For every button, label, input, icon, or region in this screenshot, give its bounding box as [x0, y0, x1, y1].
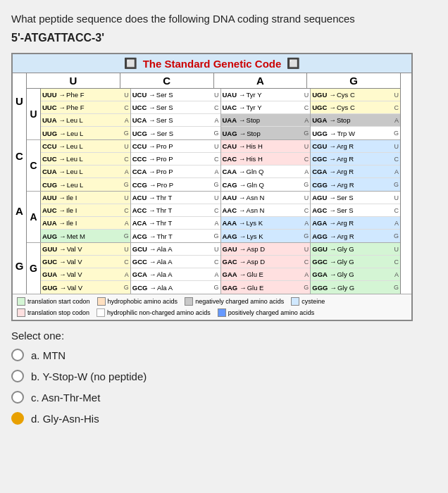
right-nucleotide: U	[304, 143, 309, 150]
amino-acid: Arg R	[337, 168, 393, 175]
option-item-c[interactable]: c. Asn-Thr-Met	[11, 391, 437, 404]
amino-acid: Stop	[337, 116, 393, 124]
codon-cell: GAG→Glu EG	[221, 281, 311, 294]
col-header-c: C	[120, 73, 214, 88]
codon-cell: CGC→Arg RC	[311, 153, 400, 166]
codon: UGA	[312, 116, 327, 124]
cell-group: UAU→Tyr YUUAC→Tyr YCUAA→StopAUAG→StopG	[221, 89, 311, 139]
codon-cell: AAG→Lys KG	[221, 230, 311, 242]
arrow-icon: →	[59, 104, 66, 111]
codon-cell: AGU→Ser SU	[311, 192, 400, 204]
col-header-g: G	[307, 73, 400, 88]
amino-acid: Pro P	[156, 142, 213, 150]
codon-cell: ACG→Thr TG	[131, 230, 220, 242]
amino-acid: Leu L	[66, 155, 123, 163]
radio-button-c[interactable]	[11, 391, 24, 404]
arrow-icon: →	[239, 232, 247, 240]
amino-acid: Pro P	[156, 181, 212, 189]
codon: CUC	[42, 155, 57, 163]
codon-cell: UGA→StopA	[311, 114, 400, 127]
codon: AUG	[42, 232, 57, 240]
radio-button-b[interactable]	[11, 370, 24, 382]
cell-group: AAU→Asn NUAAC→Asn NCAAA→Lys KAAAG→Lys KG	[221, 192, 311, 242]
cell-group: AUU→Ile IUAUC→Ile ICAUA→Ile IAAUG→Met MG	[41, 192, 131, 242]
amino-acid: Ile I	[66, 194, 123, 201]
radio-button-a[interactable]	[11, 349, 24, 361]
codon: GGA	[312, 270, 328, 278]
codon-cell: UUA→Leu LA	[41, 114, 130, 127]
right-nucleotide: G	[304, 130, 309, 137]
amino-acid: Thr T	[156, 194, 213, 201]
gc-rows: UUUU→Phe FUUUC→Phe FCUUA→Leu LAUUG→Leu L…	[27, 89, 400, 294]
arrow-icon: →	[149, 206, 156, 214]
amino-acid: Phe F	[66, 91, 123, 99]
genetic-code-table: 🔲 The Standard Genetic Code 🔲 U C A G U …	[11, 53, 413, 321]
codon: GAA	[223, 270, 237, 278]
arrow-icon: →	[239, 245, 247, 253]
right-nucleotide: A	[304, 271, 309, 278]
radio-button-d[interactable]	[11, 412, 24, 425]
right-nucleotide: U	[304, 246, 309, 253]
codon: ACU	[132, 194, 147, 201]
arrow-icon: →	[149, 130, 156, 137]
right-nucleotide: G	[124, 284, 129, 291]
option-item-a[interactable]: a. MTN	[11, 349, 437, 361]
codon: AGU	[312, 194, 327, 201]
right-nucleotide: U	[124, 143, 129, 150]
row-label: A	[27, 192, 41, 242]
codon: UCC	[132, 104, 147, 111]
codon: CAA	[223, 168, 237, 175]
codon-cell: CCU→Pro PU	[131, 140, 220, 153]
option-item-b[interactable]: b. Y-Stop-W (no peptide)	[11, 370, 437, 382]
arrow-icon: →	[239, 142, 246, 150]
right-nucleotide: G	[213, 284, 218, 291]
amino-acid: Ser S	[337, 206, 393, 214]
amino-acid: Gly G	[337, 258, 392, 266]
right-nucleotide: C	[124, 207, 129, 214]
arrow-icon: →	[239, 258, 247, 266]
codon: CCC	[132, 155, 147, 163]
codon: AAU	[223, 194, 237, 201]
options-list: a. MTNb. Y-Stop-W (no peptide)c. Asn-Thr…	[11, 349, 437, 425]
codon: AUC	[42, 206, 57, 214]
codon: GUA	[42, 270, 57, 278]
codon: GUU	[42, 245, 57, 253]
table-row: CCCU→Leu LUCUC→Leu LCCUA→Leu LACUG→Leu L…	[27, 140, 400, 192]
arrow-icon: →	[330, 130, 337, 137]
arrow-icon: →	[59, 168, 66, 175]
codon-cell: AUC→Ile IC	[41, 204, 130, 217]
right-nucleotide: G	[304, 232, 309, 239]
legend-label: hydrophilic non-charged amino acids	[107, 309, 211, 316]
amino-acid: Ser S	[337, 194, 393, 201]
right-nucleotide: G	[213, 130, 218, 137]
right-nucleotide: C	[124, 156, 129, 163]
codon: AGC	[312, 206, 327, 214]
arrow-icon: →	[330, 284, 337, 292]
amino-acid: Lys K	[247, 232, 302, 240]
row-label: C	[27, 140, 41, 191]
arrow-icon: →	[149, 284, 156, 292]
arrow-icon: →	[59, 181, 66, 189]
arrow-icon: →	[59, 232, 66, 240]
codon: UGC	[312, 104, 327, 111]
table-row: UUUU→Phe FUUUC→Phe FCUUA→Leu LAUUG→Leu L…	[27, 89, 400, 140]
amino-acid: Phe F	[66, 104, 123, 111]
header-icon-left: 🔲	[124, 57, 137, 70]
legend: translation start codonhydrophobic amino…	[13, 294, 411, 320]
codon: UCA	[132, 116, 147, 124]
right-nucleotide: U	[214, 143, 219, 150]
codon-cell: CAG→Gln QG	[221, 178, 311, 191]
option-item-d[interactable]: d. Gly-Asn-His	[11, 412, 437, 425]
codon: GCC	[132, 258, 147, 266]
codon: UUU	[42, 91, 57, 99]
arrow-icon: →	[239, 91, 246, 99]
right-nucleotide: A	[125, 168, 129, 175]
arrow-icon: →	[149, 168, 156, 175]
codon: GCA	[132, 270, 147, 278]
arrow-icon: →	[149, 116, 156, 124]
codon-cell: AGA→Arg RA	[311, 217, 400, 230]
codon-cell: AAC→Asn NC	[221, 204, 311, 217]
amino-acid: Arg R	[337, 155, 393, 163]
codon: CCU	[42, 142, 57, 150]
codon-cell: UGC→Cys CC	[311, 101, 400, 114]
